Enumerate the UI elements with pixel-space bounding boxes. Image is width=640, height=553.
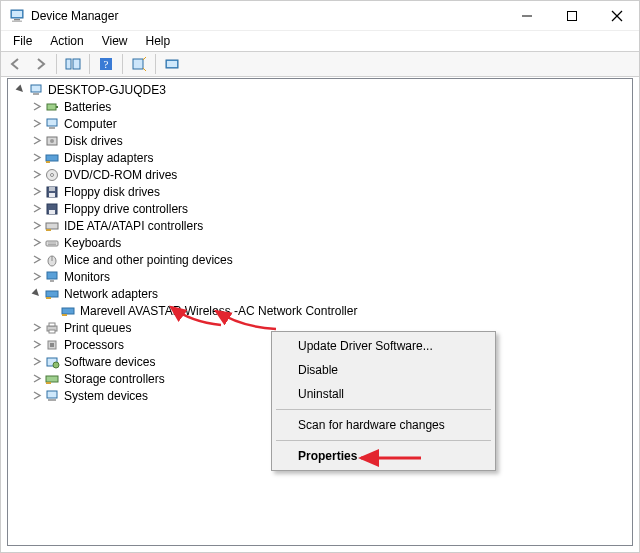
tree-item-mice[interactable]: Mice and other pointing devices [10, 251, 630, 268]
tree-item-label: Print queues [64, 321, 131, 335]
svg-rect-5 [567, 11, 576, 20]
svg-rect-15 [31, 85, 41, 92]
svg-rect-46 [49, 323, 55, 326]
tree-item-label: Processors [64, 338, 124, 352]
svg-rect-53 [46, 382, 51, 384]
context-menu-disable[interactable]: Disable [274, 358, 493, 382]
svg-rect-47 [49, 330, 55, 333]
expander-closed-icon[interactable] [28, 269, 44, 285]
svg-rect-12 [133, 59, 143, 69]
expander-closed-icon[interactable] [28, 99, 44, 115]
device-tree[interactable]: DESKTOP-GJUQDE3 Batteries Computer Disk … [7, 78, 633, 546]
svg-rect-9 [73, 59, 80, 69]
dvd-icon [44, 167, 60, 183]
expander-closed-icon[interactable] [28, 235, 44, 251]
toolbar-separator [155, 54, 156, 74]
svg-rect-19 [47, 119, 57, 126]
svg-point-22 [50, 139, 54, 143]
expander-closed-icon[interactable] [28, 218, 44, 234]
svg-rect-55 [48, 399, 56, 401]
expander-closed-icon[interactable] [28, 252, 44, 268]
svg-rect-39 [47, 272, 57, 279]
tree-item-label: Monitors [64, 270, 110, 284]
tree-root-label: DESKTOP-GJUQDE3 [48, 83, 166, 97]
computer-icon [44, 116, 60, 132]
tree-item-monitors[interactable]: Monitors [10, 268, 630, 285]
expander-closed-icon[interactable] [28, 184, 44, 200]
tree-item-nic-marvell[interactable]: Marevell AVASTAR Wireless -AC Network Co… [10, 302, 630, 319]
tree-item-label: Marevell AVASTAR Wireless -AC Network Co… [80, 304, 357, 318]
svg-rect-52 [46, 376, 58, 382]
menu-file[interactable]: File [5, 33, 40, 49]
device-manager-icon [9, 8, 25, 24]
close-button[interactable] [594, 1, 639, 31]
svg-rect-1 [12, 11, 22, 17]
tree-item-floppy-controllers[interactable]: Floppy drive controllers [10, 200, 630, 217]
floppy-controller-icon [44, 201, 60, 217]
tree-item-ide[interactable]: IDE ATA/ATAPI controllers [10, 217, 630, 234]
expander-open-icon[interactable] [28, 286, 44, 302]
tree-item-network-adapters[interactable]: Network adapters [10, 285, 630, 302]
tree-item-batteries[interactable]: Batteries [10, 98, 630, 115]
tree-item-computer[interactable]: Computer [10, 115, 630, 132]
expander-closed-icon[interactable] [28, 320, 44, 336]
tree-item-floppy-disk[interactable]: Floppy disk drives [10, 183, 630, 200]
expander-open-icon[interactable] [12, 82, 28, 98]
tree-item-label: Display adapters [64, 151, 153, 165]
context-menu-properties[interactable]: Properties [274, 444, 493, 468]
disk-icon [44, 133, 60, 149]
network-adapter-icon [44, 286, 60, 302]
floppy-icon [44, 184, 60, 200]
tree-item-keyboards[interactable]: Keyboards [10, 234, 630, 251]
tree-item-label: Mice and other pointing devices [64, 253, 233, 267]
back-button[interactable] [5, 53, 27, 75]
tree-item-label: Floppy drive controllers [64, 202, 188, 216]
expander-closed-icon[interactable] [28, 371, 44, 387]
context-menu-update-driver[interactable]: Update Driver Software... [274, 334, 493, 358]
tree-item-label: Network adapters [64, 287, 158, 301]
svg-rect-14 [167, 61, 177, 67]
show-hide-tree-button[interactable] [62, 53, 84, 75]
svg-rect-44 [62, 314, 67, 316]
context-menu-scan[interactable]: Scan for hardware changes [274, 413, 493, 437]
expander-closed-icon[interactable] [28, 150, 44, 166]
svg-rect-43 [62, 308, 74, 314]
menu-help[interactable]: Help [138, 33, 179, 49]
expander-closed-icon[interactable] [28, 354, 44, 370]
tree-item-label: IDE ATA/ATAPI controllers [64, 219, 203, 233]
svg-rect-16 [33, 93, 39, 95]
software-device-icon [44, 354, 60, 370]
tree-item-display-adapters[interactable]: Display adapters [10, 149, 630, 166]
toolbar-separator [89, 54, 90, 74]
menu-action[interactable]: Action [42, 33, 91, 49]
menu-view[interactable]: View [94, 33, 136, 49]
expander-closed-icon[interactable] [28, 337, 44, 353]
context-menu-uninstall[interactable]: Uninstall [274, 382, 493, 406]
expander-closed-icon[interactable] [28, 388, 44, 404]
svg-rect-31 [49, 210, 55, 214]
expander-closed-icon[interactable] [28, 201, 44, 217]
svg-rect-40 [50, 280, 54, 282]
tree-item-dvd[interactable]: DVD/CD-ROM drives [10, 166, 630, 183]
tree-root[interactable]: DESKTOP-GJUQDE3 [10, 81, 630, 98]
tree-item-label: Software devices [64, 355, 155, 369]
expander-closed-icon[interactable] [28, 116, 44, 132]
tree-item-label: Storage controllers [64, 372, 165, 386]
svg-rect-33 [46, 229, 51, 231]
svg-rect-18 [56, 106, 58, 108]
expander-closed-icon[interactable] [28, 167, 44, 183]
menubar: File Action View Help [1, 31, 639, 51]
view-devices-button[interactable] [161, 53, 183, 75]
expander-closed-icon[interactable] [28, 133, 44, 149]
svg-rect-2 [14, 19, 20, 21]
minimize-button[interactable] [504, 1, 549, 31]
svg-rect-49 [50, 343, 54, 347]
svg-rect-28 [49, 187, 55, 191]
maximize-button[interactable] [549, 1, 594, 31]
help-button[interactable]: ? [95, 53, 117, 75]
tree-item-disk-drives[interactable]: Disk drives [10, 132, 630, 149]
svg-text:?: ? [104, 58, 109, 70]
scan-hardware-button[interactable] [128, 53, 150, 75]
forward-button[interactable] [29, 53, 51, 75]
tree-item-label: Floppy disk drives [64, 185, 160, 199]
